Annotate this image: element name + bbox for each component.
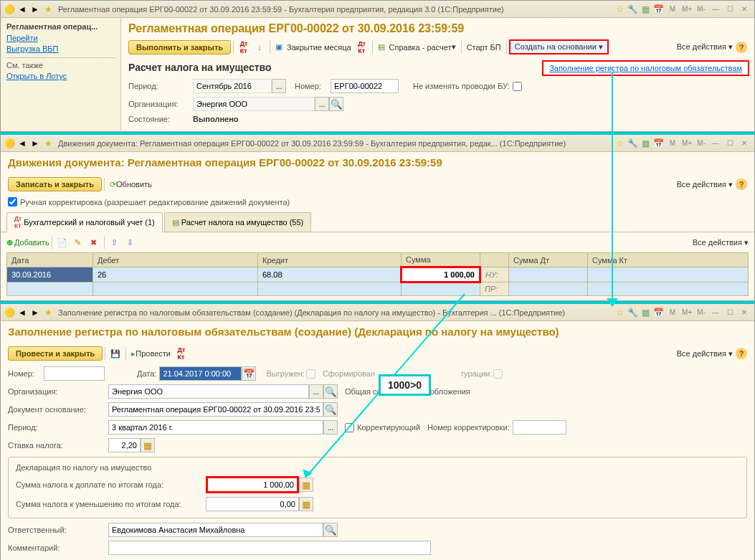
manual-edit-checkbox-label[interactable]: Ручная корректировка (разрешает редактир… [8,197,747,207]
org-lookup-button[interactable]: 🔍 [329,97,343,111]
minimize-button[interactable]: — [709,4,722,15]
cell-sumdt[interactable] [509,267,588,283]
cell-date[interactable]: 30.09.2016 [7,267,93,283]
docbase-lookup-button[interactable]: 🔍 [323,402,338,417]
maximize-button[interactable]: ☐ [723,4,736,15]
sidebar-link-go[interactable]: Перейти [6,34,115,42]
favorite-icon[interactable]: ★ [42,138,54,149]
maximize-button[interactable]: ☐ [723,138,736,149]
comment-input[interactable] [108,541,431,555]
period-input[interactable] [193,79,272,93]
all-actions[interactable]: Все действия ▾ [677,42,733,52]
save-icon[interactable]: 💾 [108,346,123,361]
tool-icon[interactable]: 🔧 [627,307,638,318]
start-bp-link[interactable]: Старт БП [467,43,501,52]
tool-icon[interactable]: 🔧 [627,138,638,149]
tool-icon[interactable]: 🔧 [627,4,638,15]
mminus-button[interactable]: M- [695,307,708,318]
close-button[interactable]: ✕ [738,307,751,318]
org-dots-button[interactable]: ... [309,384,323,399]
org-dots-button[interactable]: ... [315,97,329,111]
down-icon[interactable]: ⇩ [123,235,138,250]
nav-back-icon[interactable]: ◄ [16,4,28,15]
spravka-link[interactable]: ▤Справка - расчет ▾ [378,42,456,52]
calendar-icon[interactable]: 📅 [652,138,664,149]
calendar-icon[interactable]: 📅 [652,307,664,318]
sum-dec-input[interactable] [206,497,299,511]
corrnum-input[interactable] [513,420,566,435]
refresh-link[interactable]: ⟳ Обновить [110,180,152,189]
copy-icon[interactable]: 📄 [55,235,70,250]
all-actions[interactable]: Все действия ▾ [677,349,733,359]
responsible-input[interactable] [108,523,323,537]
add-button[interactable]: ⊕Добавить [6,238,49,247]
close-button[interactable]: ✕ [738,138,751,149]
nav-fwd-icon[interactable]: ► [29,307,41,318]
nav-fwd-icon[interactable]: ► [29,138,41,149]
nav-fwd-icon[interactable]: ► [29,4,41,15]
responsible-lookup-button[interactable]: 🔍 [323,523,338,537]
help-icon[interactable]: ? [736,42,747,53]
star-icon[interactable]: ☆ [614,138,625,149]
org-input[interactable] [108,384,309,399]
mplus-button[interactable]: M+ [680,138,693,149]
m-button[interactable]: M [666,4,679,15]
nav-back-icon[interactable]: ◄ [16,307,28,318]
close-month-link[interactable]: ▣Закрытие месяца [275,42,351,52]
post-link[interactable]: ▸ Провести [131,349,171,359]
edit-icon[interactable]: ✎ [71,235,85,250]
number-input[interactable] [44,366,105,381]
cell-credit[interactable]: 68.08 [258,267,402,283]
calc-icon[interactable]: ▦ [640,138,651,149]
calendar-button[interactable]: 📅 [242,366,256,381]
col-sumdt[interactable]: Сумма Дт [509,253,588,267]
rate-input[interactable] [108,438,141,452]
date-input[interactable] [159,366,242,381]
sum-pay-calc-button[interactable]: ▦ [299,478,313,492]
star-icon[interactable]: ☆ [614,4,625,15]
up-icon[interactable]: ⇧ [108,235,122,250]
sum-pay-input[interactable] [206,476,299,493]
period-dots-button[interactable]: ... [323,420,338,435]
nochange-checkbox[interactable] [513,82,522,91]
cell-debit[interactable]: 26 [93,267,258,283]
period-input[interactable] [108,420,323,435]
help-icon[interactable]: ? [736,348,747,359]
col-sum[interactable]: Сумма [402,253,480,267]
mplus-button[interactable]: M+ [680,307,693,318]
rate-calc-button[interactable]: ▦ [141,438,155,452]
dt-kt-icon-2[interactable]: ДтКт [355,40,369,54]
calendar-icon[interactable]: 📅 [652,4,664,15]
favorite-icon[interactable]: ★ [42,4,54,15]
dt-kt-icon[interactable]: ДтКт [174,346,189,361]
table-row[interactable]: ПР: [7,283,749,296]
col-credit[interactable]: Кредит [258,253,402,267]
org-input[interactable] [193,97,315,111]
m-button[interactable]: M [666,138,679,149]
all-actions[interactable]: Все действия ▾ [677,180,733,189]
calc-icon[interactable]: ▦ [640,4,651,15]
mplus-button[interactable]: M+ [680,4,693,15]
sum-dec-calc-button[interactable]: ▦ [299,497,313,511]
nav-back-icon[interactable]: ◄ [16,138,28,149]
sidebar-link-vbp[interactable]: Выгрузка ВБП [6,44,115,53]
table-row[interactable]: 30.09.2016 26 68.08 1 000,00 НУ: [7,267,749,283]
cell-sum[interactable]: 1 000,00 [402,267,480,283]
star-icon[interactable]: ☆ [614,307,625,318]
create-menu-item[interactable]: Заполнение регистра по налоговым обязате… [542,60,749,76]
close-button[interactable]: ✕ [738,4,751,15]
correcting-checkbox-label[interactable]: Корректирующий [345,423,420,432]
tab-accounting[interactable]: ДтКтБухгалтерский и налоговый учет (1) [6,212,163,232]
docbase-input[interactable] [108,402,323,417]
maximize-button[interactable]: ☐ [723,307,736,318]
calc-icon[interactable]: ▦ [640,307,651,318]
col-date[interactable]: Дата [7,253,93,267]
delete-icon[interactable]: ✖ [87,235,101,250]
down-arrow-icon[interactable]: ↓ [252,40,267,54]
tab-property-tax[interactable]: ▤Расчет налога на имущество (55) [164,212,311,232]
mminus-button[interactable]: M- [695,138,708,149]
favorite-icon[interactable]: ★ [42,307,54,318]
col-debit[interactable]: Дебет [93,253,258,267]
dt-kt-icon[interactable]: ДтКт [237,40,251,54]
manual-edit-checkbox[interactable] [8,197,17,207]
